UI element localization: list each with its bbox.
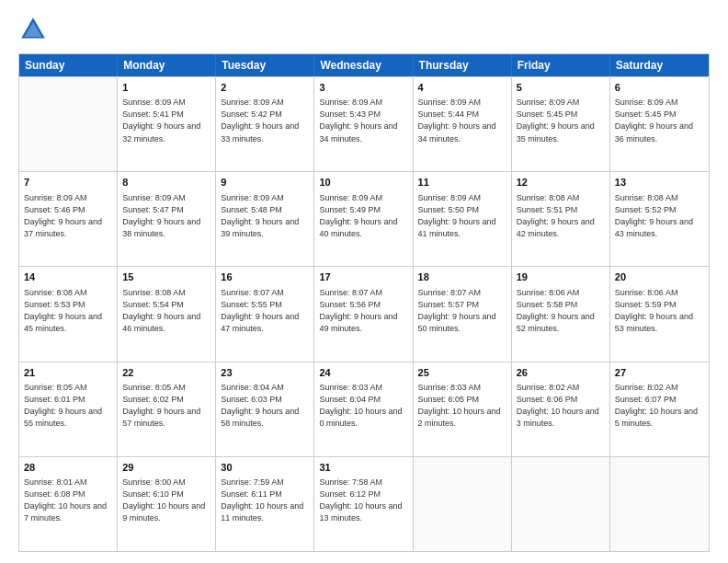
day-number: 13 [615,176,704,190]
cal-cell-3-6: 27Sunrise: 8:02 AM Sunset: 6:07 PM Dayli… [610,362,709,456]
day-number: 22 [122,366,210,380]
cal-cell-2-2: 16Sunrise: 8:07 AM Sunset: 5:55 PM Dayli… [216,267,314,361]
day-number: 12 [517,176,605,190]
day-number: 11 [418,176,506,190]
cell-info: Sunrise: 8:09 AM Sunset: 5:47 PM Dayligh… [122,192,210,240]
cell-info: Sunrise: 8:04 AM Sunset: 6:03 PM Dayligh… [221,382,309,430]
day-number: 28 [24,461,112,475]
day-number: 24 [319,366,407,380]
cal-cell-3-3: 24Sunrise: 8:03 AM Sunset: 6:04 PM Dayli… [314,362,413,456]
cell-info: Sunrise: 8:09 AM Sunset: 5:45 PM Dayligh… [615,97,704,144]
cell-info: Sunrise: 8:09 AM Sunset: 5:49 PM Dayligh… [319,192,407,240]
cal-cell-0-2: 2Sunrise: 8:09 AM Sunset: 5:42 PM Daylig… [216,77,314,171]
day-number: 6 [615,81,704,95]
cal-cell-0-3: 3Sunrise: 8:09 AM Sunset: 5:43 PM Daylig… [314,77,413,171]
day-number: 31 [319,461,407,475]
day-number: 30 [221,461,309,475]
day-number: 1 [122,81,210,95]
day-number: 14 [24,270,112,284]
calendar-body: 1Sunrise: 8:09 AM Sunset: 5:41 PM Daylig… [19,76,709,551]
day-number: 27 [615,366,704,380]
cell-info: Sunrise: 8:07 AM Sunset: 5:56 PM Dayligh… [319,287,407,335]
cal-cell-3-0: 21Sunrise: 8:05 AM Sunset: 6:01 PM Dayli… [19,362,118,456]
day-number: 4 [418,81,506,95]
cal-cell-2-4: 18Sunrise: 8:07 AM Sunset: 5:57 PM Dayli… [414,267,512,361]
cal-row-3: 21Sunrise: 8:05 AM Sunset: 6:01 PM Dayli… [19,362,709,456]
cell-info: Sunrise: 8:09 AM Sunset: 5:41 PM Dayligh… [122,97,210,144]
cell-info: Sunrise: 8:09 AM Sunset: 5:46 PM Dayligh… [24,192,112,240]
cell-info: Sunrise: 8:08 AM Sunset: 5:52 PM Dayligh… [615,192,704,240]
day-number: 23 [221,366,309,380]
cell-info: Sunrise: 8:07 AM Sunset: 5:57 PM Dayligh… [418,287,506,335]
cell-info: Sunrise: 8:08 AM Sunset: 5:51 PM Dayligh… [517,192,605,240]
calendar: SundayMondayTuesdayWednesdayThursdayFrid… [18,53,710,552]
day-number: 7 [24,176,112,190]
page: SundayMondayTuesdayWednesdayThursdayFrid… [0,0,728,563]
cell-info: Sunrise: 8:05 AM Sunset: 6:02 PM Dayligh… [122,382,210,430]
day-number: 26 [517,366,605,380]
cell-info: Sunrise: 8:03 AM Sunset: 6:05 PM Dayligh… [418,382,506,430]
cell-info: Sunrise: 7:58 AM Sunset: 6:12 PM Dayligh… [319,477,407,524]
day-number: 8 [122,176,210,190]
weekday-header-thursday: Thursday [414,54,512,76]
cal-cell-2-1: 15Sunrise: 8:08 AM Sunset: 5:54 PM Dayli… [118,267,216,361]
cell-info: Sunrise: 7:59 AM Sunset: 6:11 PM Dayligh… [221,477,309,524]
day-number: 25 [418,366,506,380]
cal-cell-3-2: 23Sunrise: 8:04 AM Sunset: 6:03 PM Dayli… [216,362,314,456]
cal-row-4: 28Sunrise: 8:01 AM Sunset: 6:08 PM Dayli… [19,456,709,551]
cell-info: Sunrise: 8:09 AM Sunset: 5:48 PM Dayligh… [221,192,309,240]
cal-cell-1-4: 11Sunrise: 8:09 AM Sunset: 5:50 PM Dayli… [414,172,512,266]
cell-info: Sunrise: 8:09 AM Sunset: 5:42 PM Dayligh… [221,97,309,144]
cal-cell-1-0: 7Sunrise: 8:09 AM Sunset: 5:46 PM Daylig… [19,172,118,266]
cal-cell-1-3: 10Sunrise: 8:09 AM Sunset: 5:49 PM Dayli… [314,172,413,266]
cell-info: Sunrise: 8:05 AM Sunset: 6:01 PM Dayligh… [24,382,112,430]
header [18,15,710,44]
cal-cell-0-1: 1Sunrise: 8:09 AM Sunset: 5:41 PM Daylig… [118,77,216,171]
weekday-header-tuesday: Tuesday [216,54,314,76]
day-number: 29 [122,461,210,475]
cell-info: Sunrise: 8:09 AM Sunset: 5:45 PM Dayligh… [517,97,605,144]
day-number: 20 [615,270,704,284]
cal-cell-0-4: 4Sunrise: 8:09 AM Sunset: 5:44 PM Daylig… [414,77,512,171]
cal-cell-0-5: 5Sunrise: 8:09 AM Sunset: 5:45 PM Daylig… [512,77,610,171]
cal-cell-0-0 [19,77,118,171]
cell-info: Sunrise: 8:09 AM Sunset: 5:43 PM Dayligh… [319,97,407,144]
cal-cell-1-6: 13Sunrise: 8:08 AM Sunset: 5:52 PM Dayli… [610,172,709,266]
day-number: 19 [517,270,605,284]
day-number: 5 [517,81,605,95]
cal-cell-0-6: 6Sunrise: 8:09 AM Sunset: 5:45 PM Daylig… [610,77,709,171]
weekday-header-saturday: Saturday [610,54,709,76]
cal-cell-4-6 [610,457,709,551]
cal-cell-3-1: 22Sunrise: 8:05 AM Sunset: 6:02 PM Dayli… [118,362,216,456]
cal-cell-1-5: 12Sunrise: 8:08 AM Sunset: 5:51 PM Dayli… [512,172,610,266]
weekday-header-monday: Monday [118,54,216,76]
cal-row-2: 14Sunrise: 8:08 AM Sunset: 5:53 PM Dayli… [19,266,709,361]
cell-info: Sunrise: 8:02 AM Sunset: 6:07 PM Dayligh… [615,382,704,430]
cal-cell-1-1: 8Sunrise: 8:09 AM Sunset: 5:47 PM Daylig… [118,172,216,266]
cell-info: Sunrise: 8:06 AM Sunset: 5:58 PM Dayligh… [517,287,605,335]
day-number: 3 [319,81,407,95]
cal-row-1: 7Sunrise: 8:09 AM Sunset: 5:46 PM Daylig… [19,171,709,266]
weekday-header-sunday: Sunday [19,54,118,76]
cell-info: Sunrise: 8:09 AM Sunset: 5:44 PM Dayligh… [418,97,506,144]
day-number: 21 [24,366,112,380]
day-number: 15 [122,270,210,284]
cal-cell-4-3: 31Sunrise: 7:58 AM Sunset: 6:12 PM Dayli… [314,457,413,551]
weekday-header-wednesday: Wednesday [314,54,413,76]
cal-cell-3-4: 25Sunrise: 8:03 AM Sunset: 6:05 PM Dayli… [414,362,512,456]
day-number: 9 [221,176,309,190]
cal-cell-4-5 [512,457,610,551]
logo [18,15,51,44]
day-number: 16 [221,270,309,284]
cell-info: Sunrise: 8:01 AM Sunset: 6:08 PM Dayligh… [24,477,112,524]
cell-info: Sunrise: 8:09 AM Sunset: 5:50 PM Dayligh… [418,192,506,240]
cell-info: Sunrise: 8:08 AM Sunset: 5:53 PM Dayligh… [24,287,112,335]
cal-cell-2-3: 17Sunrise: 8:07 AM Sunset: 5:56 PM Dayli… [314,267,413,361]
cell-info: Sunrise: 8:06 AM Sunset: 5:59 PM Dayligh… [615,287,704,335]
day-number: 2 [221,81,309,95]
cal-cell-2-0: 14Sunrise: 8:08 AM Sunset: 5:53 PM Dayli… [19,267,118,361]
cell-info: Sunrise: 8:08 AM Sunset: 5:54 PM Dayligh… [122,287,210,335]
cell-info: Sunrise: 8:07 AM Sunset: 5:55 PM Dayligh… [221,287,309,335]
day-number: 17 [319,270,407,284]
day-number: 10 [319,176,407,190]
